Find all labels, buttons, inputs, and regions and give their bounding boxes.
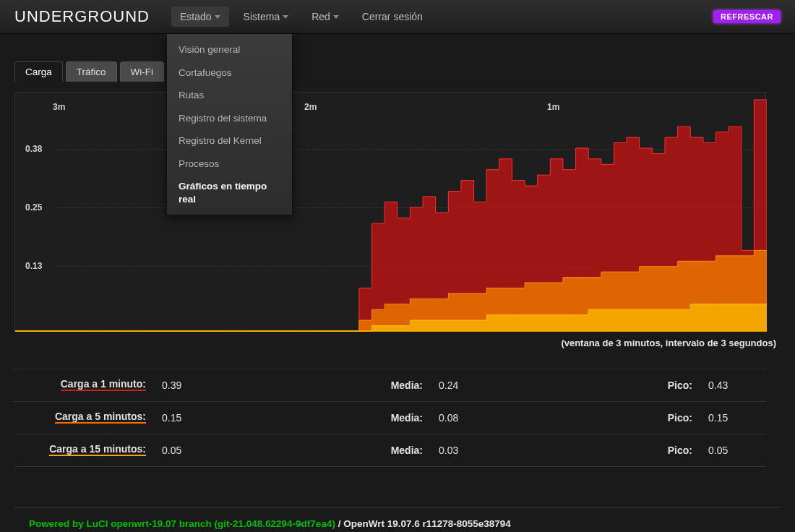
- pico-value: 0.15: [692, 412, 757, 424]
- media-label: Media:: [372, 412, 423, 424]
- footer: Powered by LuCI openwrt-19.07 branch (gi…: [14, 507, 781, 529]
- nav-red[interactable]: Red: [303, 7, 348, 27]
- tabs-bar: Carga Tráfico Wi-Fi Co: [14, 61, 781, 82]
- row-value: 0.39: [146, 379, 211, 391]
- table-row: Carga a 15 minutos: 0.05 Media: 0.03 Pic…: [14, 434, 766, 467]
- caret-down-icon: [215, 15, 220, 19]
- dropdown-item-overview[interactable]: Visión general: [167, 38, 292, 61]
- media-value: 0.24: [423, 379, 488, 391]
- caret-down-icon: [333, 15, 339, 19]
- dropdown-item-processes[interactable]: Procesos: [167, 153, 292, 176]
- nav-sistema[interactable]: Sistema: [235, 7, 298, 27]
- pico-label: Pico:: [649, 445, 692, 456]
- pico-value: 0.43: [692, 379, 757, 391]
- media-value: 0.03: [423, 445, 488, 456]
- media-value: 0.08: [423, 412, 488, 424]
- content-area: Carga Tráfico Wi-Fi Co 3m 2m 1m 0.38 0.2…: [0, 34, 795, 532]
- footer-sep: /: [335, 518, 343, 529]
- nav-red-label: Red: [311, 11, 330, 22]
- load-summary-table: Carga a 1 minuto: 0.39 Media: 0.24 Pico:…: [14, 369, 766, 467]
- dropdown-item-kernellog[interactable]: Registro del Kernel: [167, 129, 292, 153]
- estado-dropdown: Visión general Cortafuegos Rutas Registr…: [166, 34, 293, 215]
- footer-link[interactable]: Powered by LuCI openwrt-19.07 branch (gi…: [29, 518, 335, 529]
- refresh-button[interactable]: REFRESCAR: [713, 10, 781, 23]
- footer-version: OpenWrt 19.07.6 r11278-8055e38794: [343, 518, 511, 529]
- media-label: Media:: [372, 379, 423, 391]
- media-label: Media:: [372, 445, 423, 456]
- table-row: Carga a 1 minuto: 0.39 Media: 0.24 Pico:…: [14, 369, 766, 402]
- nav-logout[interactable]: Cerrar sesión: [353, 7, 431, 27]
- nav-sistema-label: Sistema: [244, 11, 280, 22]
- row-label: Carga a 1 minuto:: [23, 378, 146, 392]
- pico-label: Pico:: [649, 379, 692, 391]
- chart-caption: (ventana de 3 minutos, intervalo de 3 se…: [14, 338, 781, 348]
- nav-estado[interactable]: Estado: [171, 7, 229, 27]
- tab-carga[interactable]: Carga: [14, 61, 63, 82]
- dropdown-item-syslog[interactable]: Registro del sistema: [167, 107, 292, 130]
- chart-svg: [15, 93, 767, 332]
- caret-down-icon: [283, 15, 288, 19]
- pico-value: 0.05: [692, 445, 757, 456]
- nav-logout-label: Cerrar sesión: [362, 11, 423, 22]
- table-row: Carga a 5 minutos: 0.15 Media: 0.08 Pico…: [14, 402, 766, 434]
- row-label: Carga a 5 minutos:: [23, 411, 146, 425]
- dropdown-item-routes[interactable]: Rutas: [167, 84, 292, 107]
- tab-wifi[interactable]: Wi-Fi: [120, 61, 164, 82]
- nav-bar: Estado Sistema Red Cerrar sesión: [171, 7, 431, 27]
- pico-label: Pico:: [649, 412, 692, 424]
- top-header: UNDERGROUND Estado Sistema Red Cerrar se…: [0, 0, 795, 34]
- dropdown-item-realtime[interactable]: Gráficos en tiempo real: [167, 175, 292, 210]
- nav-estado-label: Estado: [180, 11, 212, 22]
- row-label: Carga a 15 minutos:: [23, 443, 146, 458]
- dropdown-item-firewall[interactable]: Cortafuegos: [167, 61, 292, 85]
- row-value: 0.15: [146, 412, 211, 424]
- load-chart: 3m 2m 1m 0.38 0.25 0.13: [14, 92, 766, 332]
- tab-trafico[interactable]: Tráfico: [66, 61, 117, 82]
- brand-title[interactable]: UNDERGROUND: [14, 7, 150, 26]
- row-value: 0.05: [146, 445, 211, 456]
